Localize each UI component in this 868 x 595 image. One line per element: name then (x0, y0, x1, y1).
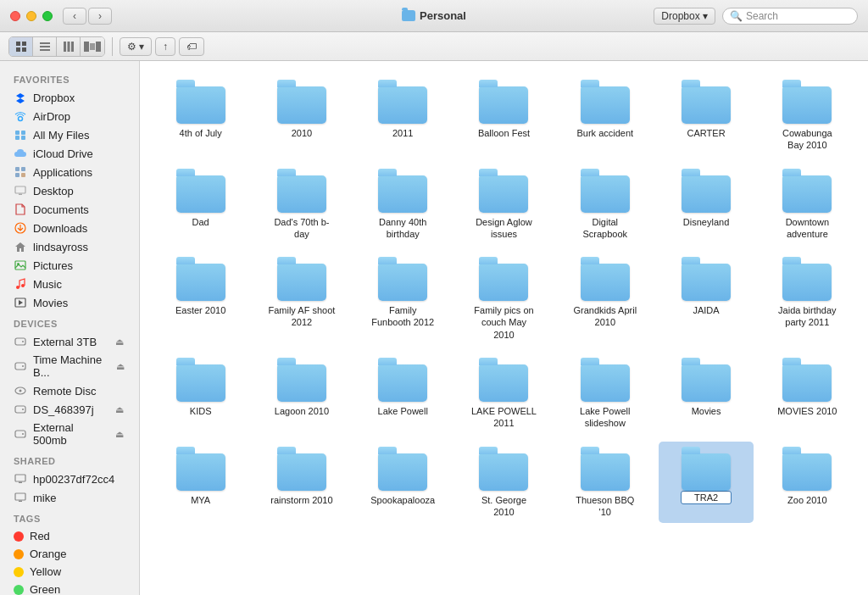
sidebar-item-icloud[interactable]: iCloud Drive (0, 144, 139, 163)
svg-rect-21 (15, 173, 19, 177)
sidebar-label: Downloads (33, 222, 87, 235)
sidebar-item-external3tb[interactable]: External 3TB ⏏ (0, 332, 139, 351)
folder-item[interactable]: JAIDA (659, 252, 753, 346)
sidebar-item-remotedisc[interactable]: Remote Disc (0, 381, 139, 400)
sidebar-item-allmyfiles[interactable]: All My Files (0, 125, 139, 144)
folder-item[interactable]: Grandkids April 2010 (558, 252, 652, 346)
downloads-icon (14, 221, 27, 235)
eject-button[interactable]: ⏏ (114, 403, 125, 415)
sidebar-item-red[interactable]: Red (0, 527, 139, 545)
sidebar-item-lindsayross[interactable]: lindsayross (0, 237, 139, 256)
sidebar-item-ext500mb[interactable]: External 500mb ⏏ (0, 419, 139, 449)
view-icon-button[interactable] (9, 37, 33, 56)
close-button[interactable] (10, 11, 20, 21)
back-button[interactable]: ‹ (63, 8, 86, 25)
folder-item[interactable]: Danny 40th birthday (356, 164, 450, 246)
search-box[interactable]: 🔍 Search (722, 8, 858, 25)
svg-rect-9 (71, 42, 74, 52)
folder-item[interactable]: Lagoon 2010 (254, 353, 348, 435)
svg-point-35 (22, 365, 24, 367)
folder-icon-wrap (681, 358, 732, 402)
remote-disc-icon (14, 384, 27, 398)
sidebar-item-orange[interactable]: Orange (0, 545, 139, 563)
folder-item[interactable]: Design Aglow issues (457, 164, 551, 246)
sidebar-item-green[interactable]: Green (0, 581, 139, 595)
sidebar-item-mike[interactable]: mike (0, 488, 139, 507)
sidebar-item-movies[interactable]: Movies (0, 293, 139, 312)
eject-button[interactable]: ⏏ (114, 336, 125, 348)
sidebar-item-yellow[interactable]: Yellow (0, 563, 139, 581)
folder-icon-wrap (478, 447, 529, 491)
svg-rect-26 (15, 261, 25, 270)
folder-body (479, 453, 528, 491)
folder-item[interactable]: Lake Powell slideshow (558, 353, 652, 435)
sidebar-item-documents[interactable]: Documents (0, 200, 139, 219)
folder-item[interactable]: Family pics on couch May 2010 (457, 252, 551, 346)
sidebar-item-dropbox[interactable]: Dropbox (0, 88, 139, 107)
folder-item[interactable]: MYA (153, 442, 248, 524)
view-column-button[interactable] (57, 37, 81, 56)
maximize-button[interactable] (42, 11, 53, 21)
forward-button[interactable]: › (88, 8, 112, 25)
folder-item[interactable]: Dad's 70th b-day (254, 164, 348, 246)
tag-button[interactable]: 🏷 (179, 37, 204, 56)
sidebar-item-timemachine[interactable]: Time Machine B... ⏏ (0, 351, 139, 381)
toolbar-right: Dropbox ▾ 🔍 Search (654, 8, 858, 25)
sidebar-item-airdrop[interactable]: AirDrop (0, 107, 139, 125)
share-button[interactable]: ↑ (155, 37, 175, 56)
folder-body (479, 86, 528, 124)
folder-item[interactable]: Lake Powell (356, 353, 450, 435)
folder-item[interactable]: Balloon Fest (457, 75, 551, 157)
eject-button[interactable]: ⏏ (115, 360, 125, 372)
sidebar-item-applications[interactable]: Applications (0, 163, 139, 181)
folder-item[interactable]: Zoo 2010 (760, 442, 854, 524)
folder-item[interactable]: TRA2 (659, 442, 753, 524)
sidebar-item-downloads[interactable]: Downloads (0, 219, 139, 237)
content-area: 4th of July20102011Balloon FestBurk acci… (140, 61, 868, 595)
svg-rect-43 (19, 482, 22, 484)
folder-item[interactable]: Disneyland (659, 164, 753, 246)
minimize-button[interactable] (26, 11, 36, 21)
folder-tab (682, 358, 700, 365)
eject-button[interactable]: ⏏ (114, 428, 125, 440)
folder-item[interactable]: St. George 2010 (457, 442, 551, 524)
folder-body (682, 86, 731, 124)
title-folder-icon (402, 10, 415, 21)
folder-tab (176, 80, 195, 87)
folder-item[interactable]: KIDS (153, 353, 248, 435)
folder-body (581, 86, 630, 124)
folder-label: Thueson BBQ '10 (571, 494, 639, 519)
sidebar-item-music[interactable]: Music (0, 275, 139, 293)
orange-tag-dot (14, 549, 24, 559)
folder-item[interactable]: Digital Scrapbook (558, 164, 652, 246)
folder-item[interactable]: Jaida birthday party 2011 (760, 252, 854, 346)
action-button[interactable]: ⚙ ▾ (120, 37, 152, 56)
all-my-files-icon (14, 128, 27, 142)
view-coverflow-button[interactable] (81, 37, 104, 56)
folder-item[interactable]: Family AF shoot 2012 (254, 252, 348, 346)
folder-item[interactable]: LAKE POWELL 2011 (457, 353, 551, 435)
folder-item[interactable]: Thueson BBQ '10 (558, 442, 652, 524)
folder-item[interactable]: Burk accident (558, 75, 652, 157)
folder-label: Lagoon 2010 (275, 405, 329, 417)
folder-item[interactable]: 2011 (356, 75, 450, 157)
folder-item[interactable]: Movies (659, 353, 753, 435)
folder-item[interactable]: Spookapalooza (356, 442, 450, 524)
folder-item[interactable]: rainstorm 2010 (254, 442, 348, 524)
folder-item[interactable]: Easter 2010 (153, 252, 248, 346)
folder-item[interactable]: 2010 (254, 75, 348, 157)
folder-item[interactable]: Family Funbooth 2012 (356, 252, 450, 346)
view-list-button[interactable] (33, 37, 57, 56)
sidebar-item-ds468[interactable]: DS_468397j ⏏ (0, 400, 139, 419)
sidebar-item-pictures[interactable]: Pictures (0, 256, 139, 275)
folder-item[interactable]: Downtown adventure (760, 164, 854, 246)
dropbox-button[interactable]: Dropbox ▾ (654, 8, 715, 25)
folder-item[interactable]: Cowabunga Bay 2010 (760, 75, 854, 157)
folder-item[interactable]: CARTER (659, 75, 753, 157)
folder-item[interactable]: MOVIES 2010 (760, 353, 854, 435)
folder-item[interactable]: 4th of July (153, 75, 248, 157)
gear-icon: ⚙ (127, 41, 136, 53)
folder-item[interactable]: Dad (153, 164, 248, 246)
sidebar-item-desktop[interactable]: Desktop (0, 181, 139, 200)
sidebar-item-hp00237[interactable]: hp00237df72cc4 (0, 470, 139, 488)
